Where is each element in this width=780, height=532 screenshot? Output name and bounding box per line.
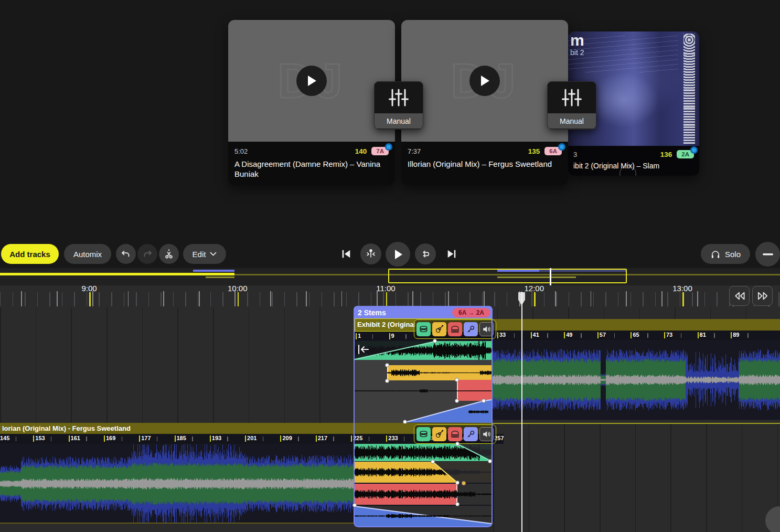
guitar-icon <box>434 429 444 439</box>
envelope-node[interactable] <box>431 460 435 464</box>
vocals-stem-button[interactable] <box>464 427 478 441</box>
mute-stem-button[interactable] <box>479 427 494 441</box>
skip-to-start-button[interactable] <box>338 246 355 262</box>
incoming-drums-fade-overlay <box>355 341 491 360</box>
outgoing-keys-waveform <box>355 484 491 505</box>
other-stem-button[interactable] <box>432 322 446 336</box>
play-icon <box>306 75 317 87</box>
track-duration: 5:02 <box>234 147 248 155</box>
time-major-tick <box>534 292 536 306</box>
piano-icon <box>450 324 460 334</box>
skip-start-icon <box>340 248 352 260</box>
track-duration-fragment: 3 <box>573 151 577 158</box>
beat-tick <box>389 333 390 339</box>
album-art-placeholder: DJ <box>401 20 568 142</box>
minimap-playhead[interactable] <box>550 268 551 285</box>
solo-button[interactable]: Solo <box>701 244 750 264</box>
snap-to-start-icon[interactable] <box>357 344 370 355</box>
envelope-node[interactable] <box>385 363 389 367</box>
envelope-node[interactable] <box>455 378 459 382</box>
beat-number: 57 <box>600 332 606 338</box>
beat-tick <box>386 435 387 442</box>
drums-stem-button[interactable] <box>416 427 431 441</box>
sync-indicator-dot <box>690 146 698 154</box>
playhead-line[interactable] <box>521 292 522 532</box>
beat-tick <box>631 332 632 338</box>
scissors-icon <box>163 248 175 260</box>
album-art-placeholder: DJ <box>228 20 395 142</box>
track-card-disagreement[interactable]: DJ 5:02 140 7A A Disagreement (Damne Rem… <box>228 20 395 185</box>
mix-overview-minimap[interactable] <box>0 268 780 285</box>
envelope-node[interactable] <box>433 339 437 343</box>
envelope-node[interactable] <box>488 459 492 463</box>
vocals-stem-button[interactable] <box>464 322 478 336</box>
beat-minor-tick <box>157 437 158 441</box>
beat-minor-tick <box>369 437 370 441</box>
envelope-node[interactable] <box>455 481 460 485</box>
solo-label: Solo <box>725 250 741 259</box>
key-change-badge[interactable]: 6A → 2A <box>452 308 490 317</box>
skip-end-icon <box>446 248 457 260</box>
envelope-node[interactable] <box>385 379 389 383</box>
beat-number: 233 <box>388 435 398 441</box>
beat-minor-tick <box>227 437 228 441</box>
key-badge[interactable]: 6A <box>544 147 562 155</box>
envelope-node[interactable] <box>462 481 466 485</box>
edit-label: Edit <box>193 250 206 259</box>
speaker-icon <box>482 324 491 334</box>
drums-stem-button[interactable] <box>416 322 431 336</box>
keys-stem-button[interactable] <box>448 322 462 336</box>
loop-button[interactable] <box>415 243 436 264</box>
collapse-panel-button[interactable] <box>755 242 780 267</box>
skip-to-end-button[interactable] <box>443 246 460 262</box>
transition-button-2[interactable]: Manual <box>547 81 596 130</box>
minimap-clip-olive-left <box>206 276 234 278</box>
outgoing-drums-fade-overlay <box>355 444 491 461</box>
mute-stem-button[interactable] <box>479 322 494 336</box>
envelope-node[interactable] <box>482 399 486 403</box>
undo-button[interactable] <box>116 244 136 264</box>
beat-tick <box>280 435 281 442</box>
other-stem-button[interactable] <box>432 427 446 441</box>
time-ruler[interactable]: 9:0010:0011:0012:0013:00 <box>0 285 780 307</box>
envelope-node[interactable] <box>352 503 357 507</box>
envelope-node[interactable] <box>403 420 407 424</box>
automix-button[interactable]: Automix <box>64 244 111 264</box>
guitar-icon <box>434 324 444 334</box>
stems-popup-title: 2 Stems <box>358 308 386 317</box>
beat-number: 49 <box>566 332 572 338</box>
beat-tick <box>316 435 317 442</box>
beat-number: 153 <box>35 435 45 441</box>
beat-minor-tick <box>51 437 52 441</box>
key-badge[interactable]: 2A <box>677 150 694 158</box>
envelope-node[interactable] <box>455 399 459 403</box>
stems-popup-header[interactable]: 2 Stems 6A → 2A <box>354 306 493 319</box>
scrub-back-button[interactable] <box>729 286 750 306</box>
play-preview-button[interactable] <box>469 66 500 96</box>
cut-button[interactable] <box>159 244 179 264</box>
dj-studio-app: m bit 2 3 136 2A ibit 2 (Original Mix) –… <box>0 0 780 532</box>
add-tracks-button[interactable]: Add tracks <box>1 244 59 264</box>
sync-indicator-dot <box>558 143 565 151</box>
play-preview-button[interactable] <box>296 66 327 96</box>
minimap-viewport[interactable] <box>388 269 627 283</box>
envelope-node[interactable] <box>455 442 460 446</box>
cue-marker-button[interactable] <box>360 243 381 264</box>
keys-stem-button[interactable] <box>448 427 462 441</box>
incoming-stem-buttons <box>414 320 496 339</box>
transition-button-1[interactable]: Manual <box>374 81 423 130</box>
redo-button[interactable] <box>137 244 157 264</box>
beat-number: 169 <box>106 435 115 441</box>
play-icon <box>393 249 403 260</box>
beat-number: 145 <box>0 435 9 441</box>
time-label: 10:00 <box>228 284 248 293</box>
track-card-illorian[interactable]: DJ 7:37 135 6A Illorian (Original Mix) –… <box>401 20 568 185</box>
key-badge[interactable]: 7A <box>371 147 389 155</box>
rewind-icon <box>733 291 746 301</box>
edit-menu-button[interactable]: Edit <box>183 244 226 264</box>
beat-number: 9 <box>391 333 394 339</box>
scrub-forward-button[interactable] <box>752 286 773 306</box>
play-button[interactable] <box>386 242 410 267</box>
track-bpm: 140 <box>355 147 367 155</box>
envelope-node[interactable] <box>455 502 460 506</box>
